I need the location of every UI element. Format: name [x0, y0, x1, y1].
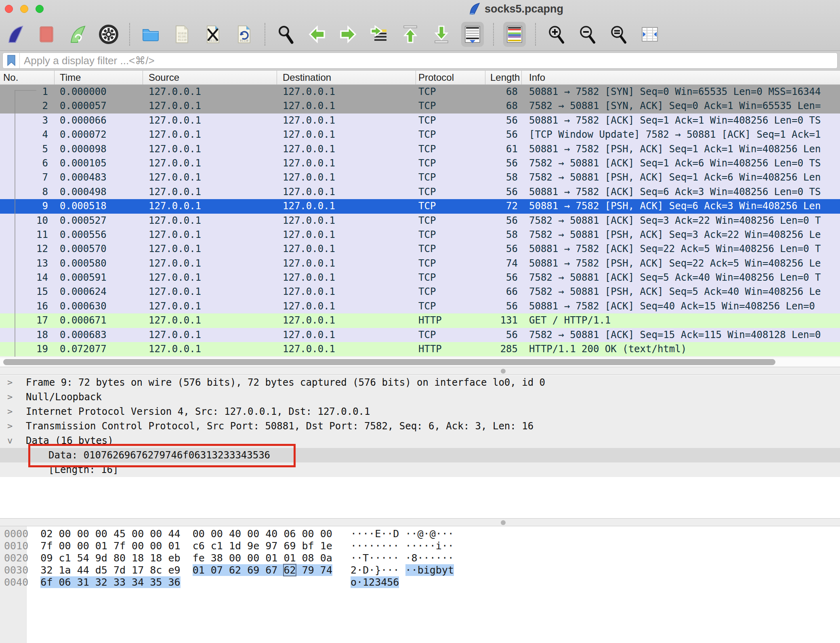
- packet-cell-no: 6: [0, 156, 55, 170]
- packet-cell-time: 0.000683: [55, 328, 143, 342]
- splitter-handle-icon: [501, 520, 506, 525]
- packet-cell-info: [TCP Window Update] 7582 → 50881 [ACK] S…: [522, 128, 840, 142]
- zoom-reset-button[interactable]: [607, 22, 630, 47]
- column-header-info[interactable]: Info: [522, 71, 840, 84]
- filter-bookmark-icon[interactable]: [3, 53, 20, 68]
- hex-row-0000[interactable]: 0000 02 00 00 00 45 00 00 44 00 00 40 00…: [0, 528, 840, 540]
- packet-row-7[interactable]: 70.000483127.0.0.1127.0.0.1TCP587582 → 5…: [0, 170, 840, 185]
- packet-list-hscrollbar-track[interactable]: [0, 357, 840, 367]
- packet-row-14[interactable]: 140.000591127.0.0.1127.0.0.1TCP567582 → …: [0, 271, 840, 285]
- colorize-packets-toggle[interactable]: [503, 22, 526, 47]
- packet-cell-no: 12: [0, 242, 55, 256]
- packet-row-1[interactable]: 10.000000127.0.0.1127.0.0.1TCP6850881 → …: [0, 85, 840, 99]
- packet-cell-dst: 127.0.0.1: [277, 128, 416, 142]
- go-to-packet-button[interactable]: [368, 22, 391, 47]
- packet-cell-len: 68: [485, 85, 522, 99]
- hex-row-0040[interactable]: 0040 6f 06 31 32 33 34 35 36 o·123456: [0, 576, 840, 588]
- packet-row-11[interactable]: 110.000556127.0.0.1127.0.0.1TCP587582 → …: [0, 228, 840, 242]
- collapsed-chevron-icon[interactable]: >: [7, 375, 19, 390]
- packet-row-18[interactable]: 180.000683127.0.0.1127.0.0.1TCP567582 → …: [0, 328, 840, 342]
- detail-row-1[interactable]: >Null/Loopback: [0, 390, 840, 404]
- packet-cell-proto: TCP: [416, 299, 485, 313]
- packet-row-2[interactable]: 20.000057127.0.0.1127.0.0.1TCP687582 → 5…: [0, 99, 840, 113]
- packet-row-13[interactable]: 130.000580127.0.0.1127.0.0.1TCP7450881 →…: [0, 256, 840, 271]
- column-header-no[interactable]: No.: [0, 71, 55, 84]
- column-header-length[interactable]: Length: [485, 71, 522, 84]
- capture-restart-icon: [68, 25, 87, 44]
- back-arrow-icon: [307, 25, 327, 44]
- packet-row-8[interactable]: 80.000498127.0.0.1127.0.0.1TCP5650881 → …: [0, 185, 840, 199]
- detail-row-2[interactable]: >Internet Protocol Version 4, Src: 127.0…: [0, 404, 840, 419]
- find-packet-button[interactable]: [275, 22, 297, 47]
- go-forward-button[interactable]: [337, 22, 359, 47]
- close-file-button[interactable]: 01110: [202, 22, 224, 47]
- search-icon: [276, 25, 296, 44]
- resize-columns-button[interactable]: [638, 22, 661, 47]
- packet-cell-proto: TCP: [416, 85, 485, 99]
- save-file-button[interactable]: 010100110101110: [170, 22, 193, 47]
- packet-cell-proto: TCP: [416, 142, 485, 156]
- horizontal-scrollbar-thumb[interactable]: [3, 359, 775, 365]
- packet-row-4[interactable]: 40.000072127.0.0.1127.0.0.1TCP56[TCP Win…: [0, 128, 840, 142]
- reload-file-button[interactable]: 01110: [233, 22, 255, 47]
- packet-row-3[interactable]: 30.000066127.0.0.1127.0.0.1TCP5650881 → …: [0, 113, 840, 128]
- collapsed-chevron-icon[interactable]: >: [7, 419, 19, 433]
- packet-cell-info: 50881 → 7582 [ACK] Seq=1 Ack=1 Win=40825…: [522, 113, 840, 128]
- packet-cell-no: 4: [0, 128, 55, 142]
- hex-row-0010[interactable]: 0010 7f 00 00 01 7f 00 00 01 c6 c1 1d 9e…: [0, 540, 840, 552]
- wireshark-logo-icon: [468, 2, 481, 15]
- pane-splitter-lower[interactable]: [0, 518, 840, 526]
- expanded-chevron-icon[interactable]: v: [7, 433, 19, 448]
- column-header-protocol[interactable]: Protocol: [416, 71, 485, 84]
- auto-scroll-toggle[interactable]: [461, 22, 484, 47]
- packet-cell-no: 5: [0, 142, 55, 156]
- collapsed-chevron-icon[interactable]: >: [7, 404, 19, 419]
- packet-row-19[interactable]: 190.072077127.0.0.1127.0.0.1HTTP285HTTP/…: [0, 342, 840, 356]
- packet-row-17[interactable]: 170.000671127.0.0.1127.0.0.1HTTP131GET /…: [0, 313, 840, 328]
- go-back-button[interactable]: [306, 22, 328, 47]
- display-filter-field[interactable]: [2, 53, 838, 69]
- detail-row-3[interactable]: >Transmission Control Protocol, Src Port…: [0, 419, 840, 433]
- packet-row-15[interactable]: 150.000624127.0.0.1127.0.0.1TCP667582 → …: [0, 285, 840, 299]
- packet-row-9[interactable]: 90.000518127.0.0.1127.0.0.1TCP7250881 → …: [0, 199, 840, 213]
- column-header-destination[interactable]: Destination: [277, 71, 416, 84]
- detail-row-0[interactable]: >Frame 9: 72 bytes on wire (576 bits), 7…: [0, 375, 840, 390]
- packet-row-10[interactable]: 100.000527127.0.0.1127.0.0.1TCP567582 → …: [0, 214, 840, 228]
- minimize-window-button[interactable]: [20, 5, 28, 13]
- wireshark-capture-button[interactable]: [4, 22, 27, 47]
- capture-options-button[interactable]: [97, 22, 120, 47]
- hex-row-0020[interactable]: 0020 09 c1 54 9d 80 18 18 eb fe 38 00 00…: [0, 552, 840, 564]
- close-window-button[interactable]: [5, 5, 13, 13]
- packet-row-5[interactable]: 50.000098127.0.0.1127.0.0.1TCP6150881 → …: [0, 142, 840, 156]
- collapsed-chevron-icon[interactable]: >: [7, 390, 19, 404]
- open-file-button[interactable]: [139, 22, 162, 47]
- column-header-time[interactable]: Time: [55, 71, 143, 84]
- zoom-out-button[interactable]: [576, 22, 599, 47]
- capture-restart-button[interactable]: [66, 22, 89, 47]
- pane-splitter-upper[interactable]: [0, 367, 840, 375]
- packet-cell-no: 17: [0, 313, 55, 328]
- column-header-source[interactable]: Source: [143, 71, 277, 84]
- zoom-window-button[interactable]: [36, 5, 44, 13]
- packet-cell-len: 56: [485, 128, 522, 142]
- hex-row-0030[interactable]: 0030 32 1a 44 d5 7d 17 8c e9 01 07 62 69…: [0, 564, 840, 576]
- packet-cell-info: 7582 → 50881 [PSH, ACK] Seq=1 Ack=6 Win=…: [522, 170, 840, 185]
- folder-icon: [141, 25, 160, 44]
- go-to-bottom-button[interactable]: [430, 22, 453, 47]
- packet-cell-info: 50881 → 7582 [ACK] Seq=6 Ack=3 Win=40825…: [522, 185, 840, 199]
- packet-row-12[interactable]: 120.000570127.0.0.1127.0.0.1TCP5650881 →…: [0, 242, 840, 256]
- colorize-icon: [505, 25, 524, 44]
- packet-cell-no: 18: [0, 328, 55, 342]
- packet-cell-time: 0.000591: [55, 271, 143, 285]
- capture-stop-button[interactable]: [35, 22, 58, 47]
- packet-cell-proto: TCP: [416, 228, 485, 242]
- go-to-top-button[interactable]: [399, 22, 422, 47]
- display-filter-input[interactable]: [20, 55, 837, 67]
- packet-cell-time: 0.000098: [55, 142, 143, 156]
- svg-text:01101: 01101: [178, 35, 187, 38]
- zoom-in-button[interactable]: [545, 22, 568, 47]
- packet-cell-dst: 127.0.0.1: [277, 328, 416, 342]
- packet-row-16[interactable]: 160.000630127.0.0.1127.0.0.1TCP5650881 →…: [0, 299, 840, 313]
- packet-row-6[interactable]: 60.000105127.0.0.1127.0.0.1TCP567582 → 5…: [0, 156, 840, 170]
- packet-cell-len: 56: [485, 214, 522, 228]
